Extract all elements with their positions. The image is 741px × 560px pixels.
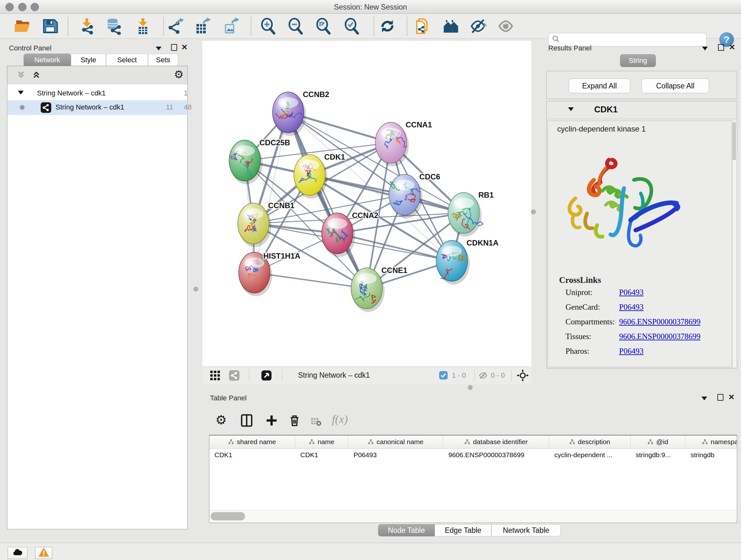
crosslink-label: GeneCard: <box>565 303 600 312</box>
table-cell[interactable]: 9606.ENSP00000378699 <box>443 449 549 461</box>
zoom-fit-icon[interactable] <box>315 17 332 35</box>
table-cell[interactable]: cyclin-dependent ... <box>549 449 630 461</box>
show-all-networks-icon[interactable] <box>442 17 460 35</box>
graph-node-label-CCNB1: CCNB1 <box>268 201 294 210</box>
table-cell[interactable]: stringdb <box>685 449 737 461</box>
table-header-row: shared namenamecanonical namedatabase id… <box>209 435 737 449</box>
birds-eye-view-icon[interactable] <box>516 369 529 383</box>
table-options-gear-icon[interactable]: ⚙ <box>215 413 227 427</box>
network-collection-row[interactable]: String Network – cdk1 1 <box>8 87 187 100</box>
open-session-icon[interactable] <box>14 17 31 35</box>
float-panel-icon[interactable] <box>702 47 708 51</box>
duplicate-network-view-icon[interactable] <box>414 17 431 35</box>
add-column-icon[interactable] <box>265 414 278 428</box>
zoom-selected-icon[interactable] <box>343 17 360 35</box>
network-name: String Network – cdk1 <box>56 103 124 111</box>
tab-network-table[interactable]: Network Table <box>491 524 561 537</box>
network-view-list-icon[interactable] <box>228 370 240 382</box>
column-header--id[interactable]: @id <box>630 435 685 448</box>
show-columns-icon[interactable] <box>240 414 253 428</box>
table-hscrollbar-thumb[interactable] <box>211 512 245 520</box>
tab-network[interactable]: Network <box>23 54 71 66</box>
right-splitter-handle[interactable] <box>531 209 536 214</box>
tab-style[interactable]: Style <box>71 54 106 66</box>
protein-section-expand-icon[interactable] <box>568 107 574 111</box>
float-panel-icon[interactable] <box>701 396 707 400</box>
network-row[interactable]: String Network – cdk1 11 48 <box>8 100 187 115</box>
export-table-icon[interactable] <box>195 17 212 35</box>
column-header-shared-name[interactable]: shared name <box>209 435 295 448</box>
graph-edge-CCNB2-CCNE1[interactable] <box>288 112 367 288</box>
close-panel-icon[interactable]: ✕ <box>728 394 735 400</box>
save-session-icon[interactable] <box>42 17 59 35</box>
crosslink-link[interactable]: P06493 <box>619 303 643 312</box>
float-panel-icon[interactable] <box>156 47 161 51</box>
cloud-button[interactable] <box>8 547 27 559</box>
table-row[interactable]: CDK1CDK1P064939606.ENSP00000378699cyclin… <box>209 449 737 461</box>
import-network-from-file-icon[interactable] <box>78 17 95 35</box>
selected-checkbox-icon[interactable] <box>439 371 448 381</box>
network-view-toolbar: String Network – cdk1 1 - 0 0 - 0 <box>202 367 531 384</box>
column-header-description[interactable]: description <box>549 435 630 448</box>
crosslink-link[interactable]: P06493 <box>619 347 643 356</box>
graph-edge-CDK1-RB1[interactable] <box>310 175 464 213</box>
search-icon <box>552 35 560 44</box>
tab-node-table[interactable]: Node Table <box>378 524 434 537</box>
toolbar-separator <box>163 17 164 36</box>
refresh-view-icon[interactable] <box>379 17 396 35</box>
graph-node-label-CCNA2: CCNA2 <box>352 211 379 220</box>
toolbar-separator <box>251 17 252 36</box>
table-hscrollbar[interactable] <box>209 510 737 523</box>
table-cell[interactable]: CDK1 <box>209 449 295 461</box>
left-splitter-handle[interactable] <box>193 287 198 292</box>
tab-edge-table[interactable]: Edge Table <box>434 524 491 537</box>
zoom-in-icon[interactable] <box>260 17 277 35</box>
view-toolbar-separator <box>249 369 249 381</box>
expand-all-button[interactable]: Expand All <box>569 78 630 93</box>
maximize-panel-icon[interactable] <box>718 44 724 51</box>
zoom-out-icon[interactable] <box>287 17 305 35</box>
results-scrollbar-thumb[interactable] <box>733 122 736 160</box>
bottom-splitter-handle[interactable] <box>468 385 473 390</box>
close-panel-icon[interactable]: ✕ <box>181 44 188 51</box>
column-header-namespace[interactable]: namespace <box>685 435 737 448</box>
collapse-all-button[interactable]: Collapse All <box>642 78 709 93</box>
warning-icon <box>38 547 50 559</box>
import-network-from-database-icon[interactable] <box>105 17 122 35</box>
close-panel-icon[interactable]: ✕ <box>729 44 735 51</box>
crosslink-link[interactable]: P06493 <box>619 288 643 297</box>
graph-node-label-CDK1: CDK1 <box>324 152 345 161</box>
column-header-canonical-name[interactable]: canonical name <box>348 435 443 448</box>
column-header-database-identifier[interactable]: database identifier <box>443 435 549 448</box>
table-panel-title: Table Panel <box>210 394 247 402</box>
toolbar-separator <box>374 17 374 36</box>
table-cell[interactable]: P06493 <box>348 449 443 461</box>
column-header-name[interactable]: name <box>295 435 348 448</box>
maximize-panel-icon[interactable] <box>171 44 177 51</box>
export-network-icon[interactable] <box>167 17 185 35</box>
detach-view-icon[interactable] <box>260 369 273 383</box>
import-table-from-file-icon[interactable] <box>134 17 151 35</box>
view-toolbar-separator <box>282 369 282 381</box>
crosslink-link[interactable]: 9606.ENSP00000378699 <box>619 332 700 341</box>
search-input[interactable] <box>560 36 698 44</box>
grid-view-icon[interactable] <box>209 370 221 382</box>
hide-selected-icon[interactable] <box>470 17 487 35</box>
tab-select[interactable]: Select <box>106 54 148 66</box>
tab-sets[interactable]: Sets <box>148 54 178 66</box>
table-cell[interactable]: CDK1 <box>295 449 348 461</box>
table-cell[interactable]: stringdb:9... <box>630 449 685 461</box>
tab-string[interactable]: String <box>620 54 656 67</box>
protein-name: CDK1 <box>594 105 618 115</box>
maximize-panel-icon[interactable] <box>718 394 724 401</box>
network-canvas[interactable]: CCNB2CCNA1CDC25BCDK1CDC6RB1CCNB1CCNA2CDK… <box>202 41 531 367</box>
graph-edge-CCNB2-HIST1H1A[interactable] <box>254 112 288 273</box>
warnings-button[interactable] <box>35 547 52 559</box>
crosslink-link[interactable]: 9606.ENSP00000378699 <box>619 317 700 326</box>
show-hidden-icon <box>498 17 515 35</box>
export-image-icon[interactable] <box>223 17 240 35</box>
network-graph[interactable]: CCNB2CCNA1CDC25BCDK1CDC6RB1CCNB1CCNA2CDK… <box>202 41 531 367</box>
collection-expand-icon[interactable] <box>18 91 23 95</box>
delete-column-trash-icon[interactable] <box>288 414 301 428</box>
view-toolbar-separator <box>511 369 512 381</box>
